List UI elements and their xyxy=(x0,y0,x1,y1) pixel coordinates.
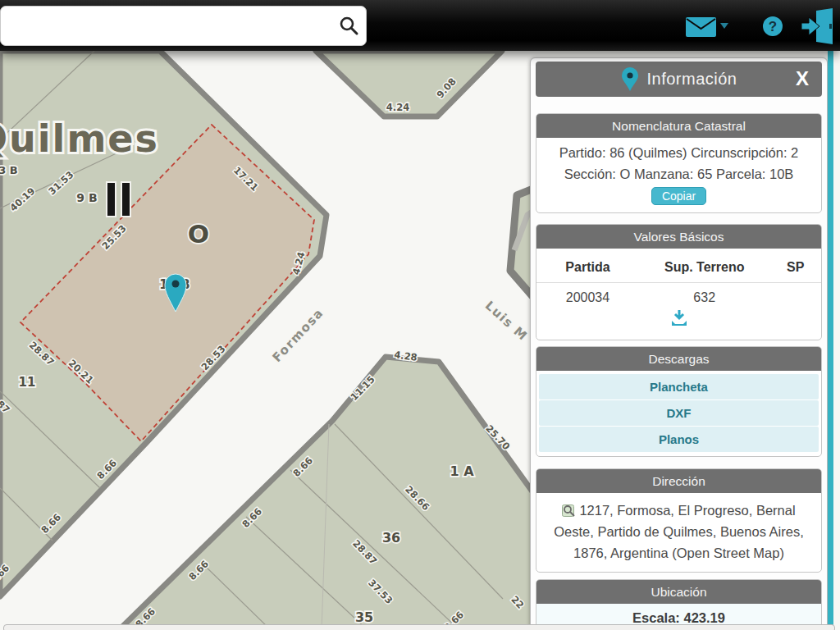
nomenclatura-line-2: Sección: O Manzana: 65 Parcela: 10B xyxy=(540,163,818,185)
section-valores-title: Valores Básicos xyxy=(536,225,821,249)
section-descargas-title: Descargas xyxy=(536,347,821,371)
info-panel-header: Información X xyxy=(536,62,822,97)
panel-title: Información xyxy=(647,70,737,89)
cell-sp xyxy=(770,283,821,308)
pin-icon xyxy=(621,67,639,92)
nomenclatura-body: Partido: 86 (Quilmes) Circunscripción: 2… xyxy=(536,138,821,212)
caret-down-icon xyxy=(720,23,728,29)
close-icon[interactable]: X xyxy=(791,66,814,91)
download-icon[interactable] xyxy=(670,310,688,329)
download-plancheta-button[interactable]: Plancheta xyxy=(539,374,819,399)
parcel-label-3b: 3 B xyxy=(0,164,18,176)
column-header-sup-terreno: Sup. Terreno xyxy=(639,252,770,283)
section-ubicacion: Ubicación Escala: 423.19 xyxy=(536,579,822,630)
app-window: QuilmesFormosaLuis M3 B9 BO10 B111 A3635… xyxy=(0,0,840,630)
map-search-icon xyxy=(562,504,576,518)
parcel-label-11: 11 xyxy=(19,375,36,390)
cell-partida: 200034 xyxy=(536,283,639,308)
escala-label: Escala: xyxy=(632,610,680,625)
copy-button[interactable]: Copiar xyxy=(651,187,706,205)
info-panel: Información X Nomenclatura Catastral Par… xyxy=(530,57,828,630)
direccion-text: 1217, Formosa, El Progreso, Bernal Oeste… xyxy=(554,503,804,560)
column-header-partida: Partida xyxy=(536,252,639,283)
section-direccion-title: Dirección xyxy=(536,469,821,493)
svg-text:?: ? xyxy=(769,19,777,34)
parcel-label-1a: 1 A xyxy=(450,463,474,479)
section-nomenclatura: Nomenclatura Catastral Partido: 86 (Quil… xyxy=(536,113,822,213)
mail-icon xyxy=(686,17,716,37)
table-row: 200034 632 xyxy=(536,283,821,308)
search-box[interactable] xyxy=(0,6,367,46)
section-valores: Valores Básicos Partida Sup. Terreno SP … xyxy=(536,224,822,340)
section-label-o: O xyxy=(188,219,209,249)
search-input[interactable] xyxy=(11,7,334,47)
nomenclatura-line-1: Partido: 86 (Quilmes) Circunscripción: 2 xyxy=(540,142,818,163)
city-label-quilmes: Quilmes xyxy=(0,116,159,161)
vertical-scrollbar[interactable] xyxy=(828,51,833,625)
mail-menu-button[interactable] xyxy=(686,16,728,40)
parcel-label-35: 35 xyxy=(355,609,373,625)
parcel-label-36: 36 xyxy=(382,530,400,546)
measurement-label: 4.24 xyxy=(386,102,409,113)
help-button[interactable]: ? xyxy=(762,16,783,39)
column-header-sp: SP xyxy=(770,252,821,283)
section-ubicacion-title: Ubicación xyxy=(536,580,821,604)
top-toolbar: ? xyxy=(0,0,840,51)
section-direccion: Dirección 1217, Formosa, El Progreso, Be… xyxy=(536,468,822,573)
horizontal-scrollbar[interactable] xyxy=(3,624,835,630)
parcel-label-9b: 9 B xyxy=(76,191,97,204)
valores-table: Partida Sup. Terreno SP 200034 632 xyxy=(536,252,821,307)
escala-value: 423.19 xyxy=(683,610,724,625)
logout-button[interactable] xyxy=(800,7,836,48)
cell-sup-terreno: 632 xyxy=(639,283,770,308)
section-descargas: Descargas Plancheta DXF Planos xyxy=(536,346,822,457)
logout-icon xyxy=(800,7,836,45)
download-planos-button[interactable]: Planos xyxy=(539,427,819,452)
search-icon[interactable] xyxy=(338,15,359,36)
section-nomenclatura-title: Nomenclatura Catastral xyxy=(536,114,821,138)
direccion-body: 1217, Formosa, El Progreso, Bernal Oeste… xyxy=(536,493,821,572)
download-dxf-button[interactable]: DXF xyxy=(539,400,819,426)
